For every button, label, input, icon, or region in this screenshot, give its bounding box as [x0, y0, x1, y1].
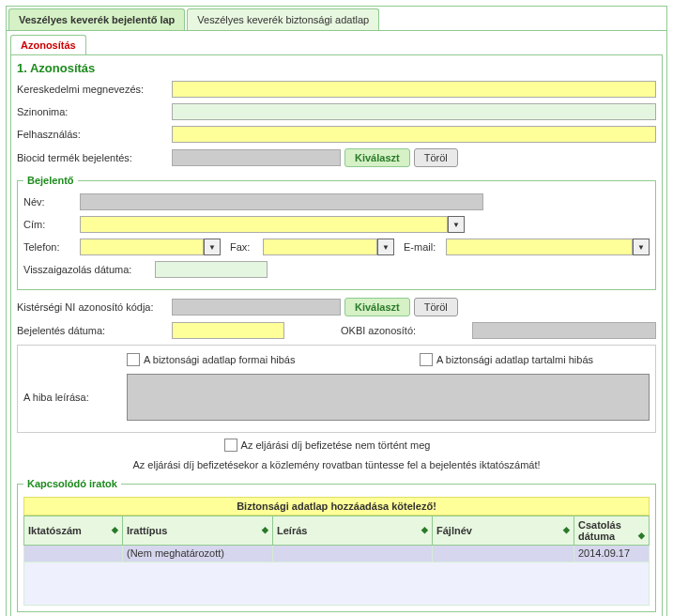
btn-biocid-torol[interactable]: Töröl	[414, 148, 458, 167]
label-kereskedelmi: Kereskedelmi megnevezés:	[17, 84, 172, 95]
col-leiras[interactable]: Leírás◆	[273, 516, 433, 546]
cell-irattipus: (Nem meghatározott)	[123, 546, 273, 562]
section-title: 1. Azonosítás	[17, 61, 656, 75]
btn-biocid-kivalaszt[interactable]: Kiválaszt	[344, 148, 410, 167]
cell-iktatoszam	[24, 546, 123, 562]
checkbox-eljarasi-dij[interactable]: Az eljárási díj befizetése nem történt m…	[224, 439, 431, 452]
input-kereskedelmi[interactable]	[172, 81, 656, 98]
label-kistersegi: Kistérségi NI azonosító kódja:	[17, 301, 172, 313]
input-bejelentes-datuma[interactable]	[172, 322, 284, 339]
dropdown-telefon[interactable]: ▼	[204, 239, 221, 255]
cell-fajlnev	[433, 546, 574, 562]
legend-bejelento: Bejelentő	[23, 175, 78, 186]
col-irattipus[interactable]: Irattípus◆	[123, 516, 273, 546]
sort-icon: ◆	[421, 525, 428, 534]
input-nev	[80, 193, 483, 210]
label-biocid: Biocid termék bejelentés:	[17, 152, 172, 163]
label-formai: A biztonsági adatlap formai hibás	[144, 354, 295, 365]
col-fajlnev[interactable]: Fájlnév◆	[433, 516, 574, 546]
dropdown-fax[interactable]: ▼	[377, 239, 394, 255]
label-eljarasi-dij: Az eljárási díj befizetése nem történt m…	[241, 439, 431, 451]
checkbox-tartalmi-hibas[interactable]: A biztonsági adatlap tartalmi hibás	[420, 353, 593, 366]
input-fax[interactable]	[263, 239, 377, 255]
table-row[interactable]: (Nem meghatározott) 2014.09.17	[24, 546, 650, 562]
btn-kistersegi-torol[interactable]: Töröl	[414, 298, 458, 316]
label-telefon: Telefon:	[23, 241, 80, 253]
label-email: E-mail:	[404, 241, 446, 253]
cell-csatolas: 2014.09.17	[574, 546, 650, 562]
input-kistersegi	[172, 299, 341, 316]
col-csatolas-datuma[interactable]: Csatolás dátuma◆	[574, 516, 650, 546]
tab-biztonsagi-adatlap[interactable]: Veszélyes keverék biztonsági adatlap	[187, 8, 379, 30]
input-email[interactable]	[446, 239, 633, 255]
legend-kapcsolodo: Kapcsolódó iratok	[23, 478, 121, 489]
cell-leiras	[273, 546, 433, 562]
dropdown-cim[interactable]: ▼	[448, 216, 465, 233]
sort-icon: ◆	[262, 525, 268, 534]
input-telefon[interactable]	[80, 239, 204, 255]
input-cim[interactable]	[80, 216, 448, 233]
sort-icon: ◆	[638, 531, 645, 540]
grid-kapcsolodo-iratok: Iktatószám◆ Irattípus◆ Leírás◆ Fájlnév◆ …	[23, 516, 650, 606]
msg-eljarasi-dij: Az eljárási díj befizetésekor a közlemén…	[17, 459, 656, 470]
input-biocid	[172, 149, 341, 166]
btn-kistersegi-kivalaszt[interactable]: Kiválaszt	[344, 298, 410, 316]
sort-icon: ◆	[563, 525, 570, 534]
label-bejelentes-datuma: Bejelentés dátuma:	[17, 325, 172, 336]
sort-icon: ◆	[112, 525, 118, 534]
label-nev: Név:	[23, 196, 80, 208]
label-felhasznalas: Felhasználás:	[17, 129, 172, 140]
sub-tabstrip: Azonosítás	[10, 35, 663, 55]
label-cim: Cím:	[23, 219, 80, 230]
textarea-hiba-leirasa[interactable]	[127, 374, 650, 421]
input-szinonima[interactable]	[172, 103, 656, 120]
top-tabstrip: Veszélyes keverék bejelentő lap Veszélye…	[6, 6, 667, 30]
label-fax: Fax:	[230, 241, 263, 253]
tab-azonositas[interactable]: Azonosítás	[10, 35, 86, 54]
label-visszaigazolas: Visszaigazolás dátuma:	[23, 264, 155, 275]
group-kapcsolodo-iratok: Kapcsolódó iratok Biztonsági adatlap hoz…	[17, 478, 656, 612]
grid-empty-area	[24, 562, 650, 606]
warning-biztonsagi-adatlap: Biztonsági adatlap hozzáadása kötelező!	[23, 497, 650, 516]
col-iktatoszam[interactable]: Iktatószám◆	[24, 516, 123, 546]
label-hiba-leirasa: A hiba leírása:	[23, 392, 127, 403]
checkbox-formai-hibas[interactable]: A biztonsági adatlap formai hibás	[127, 353, 295, 366]
dropdown-email[interactable]: ▼	[633, 239, 650, 255]
input-felhasznalas[interactable]	[172, 126, 656, 143]
input-visszaigazolas[interactable]	[155, 261, 268, 278]
label-tartalmi: A biztonsági adatlap tartalmi hibás	[436, 354, 593, 365]
group-bejelento: Bejelentő Név: Cím: ▼ Telefon:	[17, 175, 656, 290]
label-okbi: OKBI azonosító:	[341, 325, 472, 336]
label-szinonima: Szinonima:	[17, 106, 172, 117]
tab-bejelento-lap[interactable]: Veszélyes keverék bejelentő lap	[8, 8, 185, 30]
input-okbi	[472, 322, 656, 339]
